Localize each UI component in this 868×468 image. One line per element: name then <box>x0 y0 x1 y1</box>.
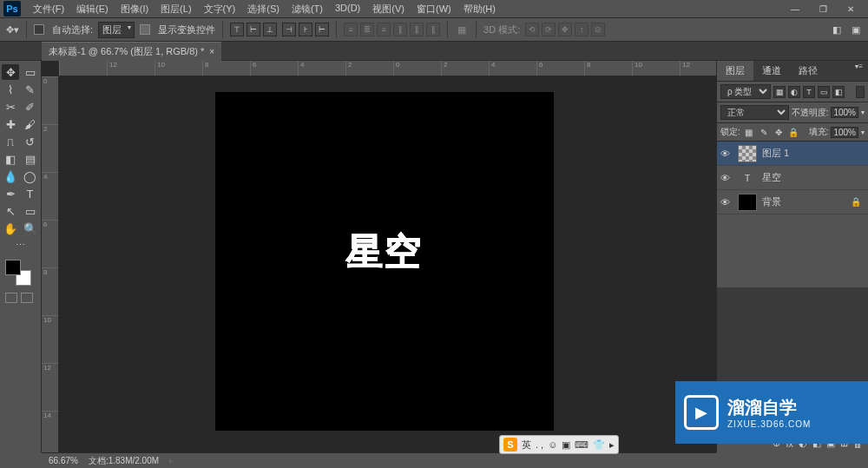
lasso-tool[interactable]: ⌇ <box>2 82 19 97</box>
dist-right-icon[interactable]: ‖ <box>426 23 440 36</box>
align-bottom-icon[interactable]: ⊥ <box>263 23 277 36</box>
dist-top-icon[interactable]: ≡ <box>344 23 358 36</box>
tab-channels[interactable]: 通道 <box>753 61 790 81</box>
visibility-icon[interactable]: 👁 <box>720 148 733 159</box>
menu-file[interactable]: 文件(F) <box>28 1 69 17</box>
layer-row[interactable]: 👁 背景 🔒 <box>717 190 868 214</box>
workspace-icon[interactable]: ◧ <box>830 23 844 36</box>
status-arrow-icon[interactable]: ▸ <box>169 456 174 465</box>
dist-bottom-icon[interactable]: ≡ <box>377 23 391 36</box>
ime-lang[interactable]: 英 <box>522 438 531 452</box>
layer-name[interactable]: 星空 <box>762 171 865 184</box>
eraser-tool[interactable]: ◧ <box>2 151 19 167</box>
color-swatch[interactable] <box>5 260 31 286</box>
auto-select-checkbox[interactable] <box>34 24 44 35</box>
shape-tool[interactable]: ▭ <box>22 203 39 219</box>
layer-name[interactable]: 背景 <box>762 195 845 208</box>
menu-3d[interactable]: 3D(D) <box>330 1 365 17</box>
ime-punct-icon[interactable]: . , <box>536 439 543 450</box>
blend-mode-select[interactable]: 正常 <box>720 105 789 120</box>
toolbox-more-icon[interactable]: ⋯ <box>2 240 39 251</box>
ime-skin-icon[interactable]: 👕 <box>593 439 605 451</box>
gradient-tool[interactable]: ▤ <box>22 151 39 167</box>
close-button[interactable]: ✕ <box>840 3 861 15</box>
dist-left-icon[interactable]: ‖ <box>393 23 407 36</box>
quick-select-tool[interactable]: ✎ <box>22 82 39 97</box>
layer-row[interactable]: 👁 T 星空 <box>717 166 868 190</box>
lock-all-icon[interactable]: 🔒 <box>787 126 799 138</box>
dodge-tool[interactable]: ◯ <box>22 168 39 184</box>
align-vcenter-icon[interactable]: ⊢ <box>247 23 260 36</box>
layer-thumb[interactable] <box>738 145 757 162</box>
healing-tool[interactable]: ✚ <box>2 116 19 132</box>
auto-align-icon[interactable]: ▦ <box>455 23 469 36</box>
layer-thumb[interactable] <box>738 194 757 211</box>
canvas[interactable]: 星空 <box>215 92 554 431</box>
filter-adjust-icon[interactable]: ◐ <box>788 86 800 98</box>
fill-dropdown-icon[interactable]: ▾ <box>861 129 865 136</box>
ime-keyboard-icon[interactable]: ⌨ <box>575 439 589 451</box>
menu-help[interactable]: 帮助(H) <box>458 1 501 17</box>
zoom-level[interactable]: 66.67% <box>49 456 78 465</box>
menu-layer[interactable]: 图层(L) <box>155 1 196 17</box>
move-tool-icon[interactable]: ✥▾ <box>5 23 19 36</box>
filter-type-icon[interactable]: T <box>803 86 815 98</box>
canvas-text[interactable]: 星空 <box>346 227 423 276</box>
pen-tool[interactable]: ✒ <box>2 186 19 201</box>
doc-tab[interactable]: 未标题-1 @ 66.7% (图层 1, RGB/8) * × <box>42 42 221 61</box>
menu-select[interactable]: 选择(S) <box>242 1 285 17</box>
doc-tab-close-icon[interactable]: × <box>209 47 214 56</box>
ime-toolbar[interactable]: S 英 . , ☺ ▣ ⌨ 👕 ▸ <box>499 435 619 454</box>
panel-menu-icon[interactable]: ▾≡ <box>850 61 868 81</box>
history-brush-tool[interactable]: ↺ <box>22 134 39 149</box>
screenmode-icon[interactable]: ▣ <box>849 23 863 36</box>
lock-move-icon[interactable]: ✥ <box>773 126 785 138</box>
ruler-vertical[interactable]: 0 2 4 6 8 10 12 14 <box>42 76 59 452</box>
auto-select-mode[interactable]: 图层 <box>98 22 135 38</box>
quickmask-mode-icon[interactable] <box>21 293 33 303</box>
marquee-tool[interactable]: ▭ <box>22 64 39 80</box>
ime-input-icon[interactable]: ▣ <box>562 439 570 451</box>
ime-logo-icon[interactable]: S <box>503 438 517 452</box>
foreground-color[interactable] <box>5 260 21 275</box>
opacity-dropdown-icon[interactable]: ▾ <box>861 109 865 116</box>
eyedropper-tool[interactable]: ✐ <box>22 99 39 115</box>
visibility-icon[interactable]: 👁 <box>720 173 733 183</box>
layer-name[interactable]: 图层 1 <box>762 147 865 160</box>
zoom-tool[interactable]: 🔍 <box>22 221 39 236</box>
menu-view[interactable]: 视图(V) <box>367 1 410 17</box>
doc-size[interactable]: 文档:1.83M/2.00M <box>89 455 159 467</box>
lock-position-icon[interactable]: ✎ <box>758 126 770 138</box>
type-tool[interactable]: T <box>22 186 39 201</box>
minimize-button[interactable]: — <box>785 3 806 15</box>
text-layer-icon[interactable]: T <box>738 169 757 187</box>
align-top-icon[interactable]: ⊤ <box>230 23 244 36</box>
opacity-value[interactable]: 100% <box>831 107 858 118</box>
show-transform-checkbox[interactable] <box>140 24 150 35</box>
pan-icon[interactable]: ✥ <box>558 23 572 36</box>
layer-filter-select[interactable]: ρ 类型 <box>720 84 771 99</box>
tab-layers[interactable]: 图层 <box>717 61 753 81</box>
menu-window[interactable]: 窗口(W) <box>411 1 457 17</box>
slide-icon[interactable]: ↕ <box>575 23 589 36</box>
filter-smart-icon[interactable]: ◧ <box>832 86 845 98</box>
path-select-tool[interactable]: ↖ <box>2 203 19 219</box>
align-hcenter-icon[interactable]: ⊦ <box>299 23 312 36</box>
fill-value[interactable]: 100% <box>831 127 858 138</box>
standard-mode-icon[interactable] <box>5 293 17 303</box>
move-tool[interactable]: ✥ <box>2 64 19 80</box>
hand-tool[interactable]: ✋ <box>2 221 19 236</box>
menu-image[interactable]: 图像(I) <box>115 1 154 17</box>
clone-tool[interactable]: ⎍ <box>2 134 19 149</box>
roll-icon[interactable]: ⟳ <box>542 23 556 36</box>
dist-hcenter-icon[interactable]: ‖ <box>410 23 424 36</box>
crop-tool[interactable]: ✂ <box>2 99 19 115</box>
tab-paths[interactable]: 路径 <box>790 61 826 81</box>
menu-edit[interactable]: 编辑(E) <box>71 1 114 17</box>
blur-tool[interactable]: 💧 <box>2 168 19 184</box>
visibility-icon[interactable]: 👁 <box>720 197 733 208</box>
ime-menu-icon[interactable]: ▸ <box>609 439 615 451</box>
maximize-button[interactable]: ❐ <box>812 3 833 15</box>
orbit-icon[interactable]: ⟲ <box>525 23 539 36</box>
dist-vcenter-icon[interactable]: ≣ <box>360 23 374 36</box>
